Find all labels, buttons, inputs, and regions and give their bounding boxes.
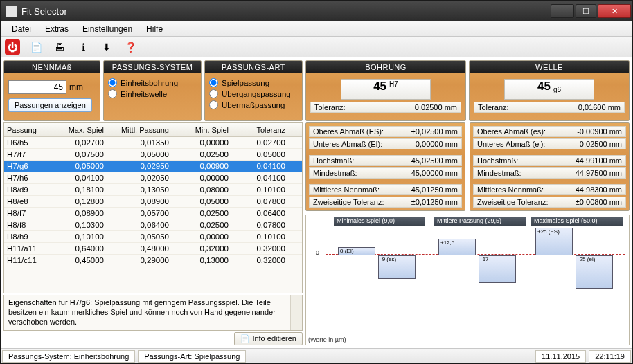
table-header: Passung Max. Spiel Mittl. Passung Min. S… <box>4 123 302 137</box>
table-row[interactable]: H11/a110,640000,480000,320000,32000 <box>4 243 302 255</box>
table-row[interactable]: H8/e80,128000,089000,050000,07800 <box>4 196 302 208</box>
show-fits-button[interactable]: Passungen anzeigen <box>8 98 92 112</box>
right-column: Oberes Abmaß (ES):+0,02500 mm Unteres Ab… <box>305 122 630 345</box>
radio-transition[interactable]: Übergangspassung <box>209 89 298 98</box>
table-row[interactable]: H6/h50,027000,013500,000000,02700 <box>4 137 302 149</box>
graph-col-min: Minimales Spiel (9,0) 0 (EI) -9 (es) <box>334 217 425 334</box>
shaft-tol: Toleranz:0,01600 mm <box>474 102 625 113</box>
table-row[interactable]: H7/h60,041000,020500,000000,04100 <box>4 172 302 184</box>
print-button[interactable]: 🖶 <box>52 39 67 55</box>
shaft-value: 45g6 <box>504 79 594 100</box>
statusbar: Passungs-System: Einheitsbohrung Passung… <box>1 348 632 363</box>
fit-description: Eigenschaften für H7/g6: Spielpassung mi… <box>3 295 303 331</box>
bore-header: BOHRUNG <box>306 61 465 73</box>
fittype-header: PASSUNGS-ART <box>205 61 302 73</box>
radio-unitbore[interactable]: Einheitsbohrung <box>108 78 197 87</box>
nominal-header: NENNMAß <box>4 61 100 73</box>
shaft-header: WELLE <box>470 61 629 73</box>
graph-shaft-min: -9 (es) <box>378 255 416 279</box>
menu-file[interactable]: Datei <box>5 23 38 35</box>
graph-bore-max: +25 (ES) <box>535 228 573 255</box>
graph-units: (Werte in µm) <box>308 336 346 343</box>
table-row[interactable]: H7/f70,075000,050000,025000,05000 <box>4 149 302 161</box>
graph-bore-min: 0 (EI) <box>338 247 375 255</box>
graph-shaft-max: -25 (ei) <box>576 255 613 289</box>
menu-help[interactable]: Hilfe <box>139 23 170 35</box>
copy-button[interactable]: 📄 <box>28 39 44 55</box>
status-time: 22:11:19 <box>589 350 631 363</box>
table-row[interactable]: H8/d90,181000,130500,080000,10100 <box>4 184 302 196</box>
fits-table: Passung Max. Spiel Mittl. Passung Min. S… <box>3 122 303 293</box>
mid-row: Passung Max. Spiel Mittl. Passung Min. S… <box>3 122 630 345</box>
status-date: 11.11.2015 <box>535 350 586 363</box>
fit-graph: 0 Minimales Spiel (9,0) 0 (EI) -9 (es) M… <box>305 215 630 345</box>
table-body[interactable]: H6/h50,027000,013500,000000,02700H7/f70,… <box>4 137 302 293</box>
app-window: Fit Selector — ☐ ✕ Datei Extras Einstell… <box>0 0 633 364</box>
help-button[interactable]: ❓ <box>123 39 138 55</box>
nominal-input[interactable] <box>8 80 66 94</box>
maximize-button[interactable]: ☐ <box>576 4 596 18</box>
status-fitsystem: Passungs-System: Einheitsbohrung <box>2 350 135 363</box>
bore-tol: Toleranz:0,02500 mm <box>310 102 461 113</box>
radio-clearance[interactable]: Spielpassung <box>209 78 298 87</box>
table-row[interactable]: H7/g60,050000,029500,009000,04100 <box>4 161 302 172</box>
fitsystem-card: PASSUNGS-SYSTEM Einheitsbohrung Einheits… <box>103 60 202 121</box>
graph-col-mid: Mittlere Passung (29,5) +12,5 -17 <box>434 217 526 334</box>
radio-interference[interactable]: Übermaßpassung <box>209 100 298 109</box>
edit-info-button[interactable]: 📄 Info editieren <box>234 332 303 345</box>
shaft-panel: WELLE 45g6 Toleranz:0,01600 mm <box>469 60 630 121</box>
power-button[interactable]: ⏻ <box>5 39 20 55</box>
fitsystem-header: PASSUNGS-SYSTEM <box>104 61 201 73</box>
shaft-info: Oberes Abmaß (es):-0,00900 mm Unteres Ab… <box>470 122 630 211</box>
window-title: Fit Selector <box>21 6 67 17</box>
export-button[interactable]: ⬇ <box>99 39 114 55</box>
left-column: Passung Max. Spiel Mittl. Passung Min. S… <box>3 122 303 345</box>
table-row[interactable]: H11/c110,450000,290000,130000,32000 <box>4 255 302 266</box>
bore-info: Oberes Abmaß (ES):+0,02500 mm Unteres Ab… <box>305 122 465 211</box>
radio-unitshaft[interactable]: Einheitswelle <box>108 89 197 98</box>
graph-col-max: Maximales Spiel (50,0) +25 (ES) -25 (ei) <box>531 217 623 334</box>
table-row[interactable]: H8/h90,101000,050500,000000,10100 <box>4 231 302 243</box>
menu-extras[interactable]: Extras <box>38 23 75 35</box>
minimize-button[interactable]: — <box>551 4 574 18</box>
bore-panel: BOHRUNG 45H7 Toleranz:0,02500 mm <box>305 60 466 121</box>
desc-scrollbar[interactable] <box>290 295 302 330</box>
nominal-unit: mm <box>69 82 83 92</box>
bore-value: 45H7 <box>341 79 431 100</box>
titlebar[interactable]: Fit Selector — ☐ ✕ <box>1 1 632 21</box>
graph-shaft-mid: -17 <box>479 255 516 283</box>
nominal-card: NENNMAß mm Passungen anzeigen <box>3 60 100 121</box>
top-row: NENNMAß mm Passungen anzeigen PASSUNGS-S… <box>3 60 630 121</box>
menubar: Datei Extras Einstellungen Hilfe <box>1 21 632 37</box>
table-row[interactable]: H8/f80,103000,064000,025000,07800 <box>4 219 302 231</box>
close-button[interactable]: ✕ <box>598 4 631 18</box>
content: NENNMAß mm Passungen anzeigen PASSUNGS-S… <box>1 57 632 348</box>
menu-settings[interactable]: Einstellungen <box>75 23 139 35</box>
info-button[interactable]: ℹ <box>75 39 91 55</box>
graph-bore-mid: +12,5 <box>438 239 476 255</box>
table-row[interactable]: H8/f70,089000,057000,025000,06400 <box>4 208 302 219</box>
fittype-card: PASSUNGS-ART Spielpassung Übergangspassu… <box>204 60 303 121</box>
app-icon <box>6 6 17 17</box>
status-fittype: Passungs-Art: Spielpassung <box>138 350 246 363</box>
toolbar: ⏻ 📄 🖶 ℹ ⬇ ❓ <box>1 37 632 57</box>
